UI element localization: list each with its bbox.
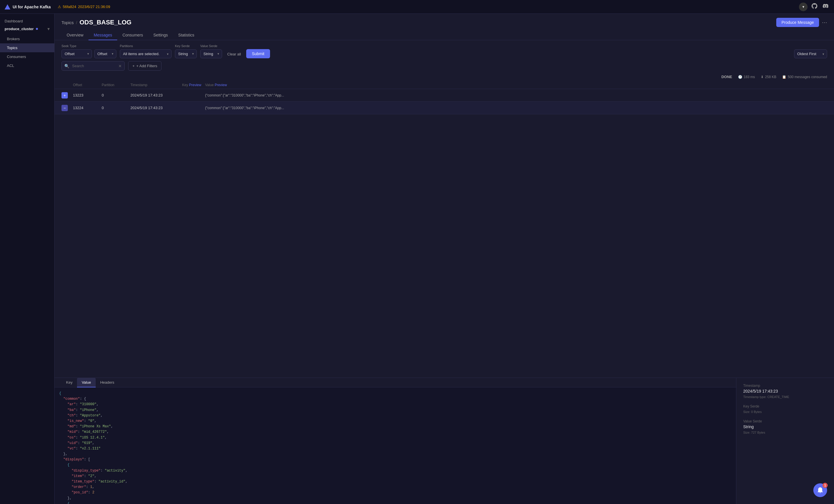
key-serde-select-wrap[interactable]: String	[175, 49, 197, 58]
partitions-select-wrap[interactable]: All items are selected.	[120, 49, 172, 58]
row-expand-cell: −	[62, 105, 73, 111]
meta-key-serde-size: Size: 0 Bytes	[743, 410, 827, 414]
notification-bubble[interactable]: 1	[813, 483, 827, 497]
meta-timestamp-type: Timestamp type: CREATE_TIME	[743, 395, 827, 398]
clear-all-button[interactable]: Clear all	[225, 50, 243, 58]
table-row[interactable]: + 13223 0 2024/5/19 17:43:23 {"common":{…	[54, 89, 834, 102]
order-select[interactable]: Oldest First Newest First	[794, 49, 827, 58]
seek-offset-select[interactable]: Offset	[94, 49, 116, 58]
search-input[interactable]	[62, 61, 125, 71]
partitions-select[interactable]: All items are selected.	[120, 49, 172, 58]
sidebar-item-acl[interactable]: ACL	[0, 61, 54, 70]
header-actions: Produce Message ⋯	[776, 18, 827, 27]
filters-bar: Seek Type Offset Timestamp Latest Offset	[54, 40, 834, 61]
json-tab-key[interactable]: Key	[62, 378, 77, 387]
seek-type-group: Seek Type Offset Timestamp Latest Offset	[62, 44, 116, 58]
breadcrumb-separator: /	[76, 20, 77, 25]
seek-type-select-wrap[interactable]: Offset Timestamp Latest	[62, 49, 92, 58]
discord-icon-button[interactable]	[821, 2, 829, 12]
warning-id: 56fa824	[63, 5, 76, 9]
value-preview-link[interactable]: Preview	[215, 83, 227, 87]
table-header: Offset Partition Timestamp Key Preview V…	[54, 81, 834, 89]
breadcrumb: Topics / ODS_BASE_LOG	[62, 19, 132, 26]
notification-icon	[817, 487, 824, 494]
tab-statistics[interactable]: Statistics	[173, 30, 199, 40]
search-icon: 🔍	[64, 64, 69, 68]
meta-value-serde-value: String	[743, 425, 827, 429]
status-messages-value: 500 messages consumed	[788, 75, 827, 79]
seek-offset-select-wrap[interactable]: Offset	[94, 49, 116, 58]
json-tab-value[interactable]: Value	[77, 378, 95, 387]
logo-icon	[5, 4, 10, 9]
value-serde-select-wrap[interactable]: String	[200, 49, 222, 58]
warning-badge[interactable]: ⚠ 56fa824 2023/6/27 21:36:09	[58, 5, 110, 9]
value-serde-select[interactable]: String	[200, 49, 222, 58]
row-offset: 13223	[73, 93, 102, 97]
partitions-label: Partitions	[120, 44, 172, 48]
table-col-timestamp: Timestamp	[130, 83, 182, 87]
key-serde-group: Key Serde String	[175, 44, 197, 58]
sidebar-item-topics[interactable]: Topics	[0, 43, 54, 52]
messages-area: Offset Partition Timestamp Key Preview V…	[54, 81, 834, 504]
meta-key-serde-row: Key Serde Size: 0 Bytes	[743, 404, 827, 414]
row-expand-cell: +	[62, 92, 73, 98]
seek-type-select[interactable]: Offset Timestamp Latest	[62, 49, 92, 58]
search-bar: 🔍 ✕ + + Add Filters	[54, 61, 834, 73]
submit-button[interactable]: Submit	[246, 49, 270, 58]
row-offset: 13224	[73, 106, 102, 110]
add-filters-button[interactable]: + + Add Filters	[128, 61, 161, 71]
table-col-key: Key Preview	[182, 83, 205, 87]
status-time: 🕐 183 ms	[738, 75, 755, 79]
row-expand-button[interactable]: +	[62, 92, 68, 98]
table-col-offset: Offset	[73, 83, 102, 87]
breadcrumb-current: ODS_BASE_LOG	[80, 19, 132, 26]
user-avatar-button[interactable]: ▾	[799, 3, 808, 11]
tab-overview[interactable]: Overview	[62, 30, 88, 40]
value-serde-group: Value Serde String	[200, 44, 222, 58]
table-rows: + 13223 0 2024/5/19 17:43:23 {"common":{…	[54, 89, 834, 377]
json-tabs: Key Value Headers	[54, 378, 736, 387]
row-partition: 0	[102, 106, 130, 110]
add-filters-label: + Add Filters	[136, 64, 157, 68]
app-logo: UI for Apache Kafka	[5, 4, 51, 9]
notification-badge: 1	[822, 483, 828, 488]
tab-settings[interactable]: Settings	[148, 30, 173, 40]
github-icon-button[interactable]	[810, 2, 818, 12]
warning-icon: ⚠	[58, 5, 61, 9]
more-options-button[interactable]: ⋯	[822, 19, 827, 26]
clock-icon: 🕐	[738, 75, 742, 79]
detail-panel: Key Value Headers { "common": { "ar": "3…	[54, 377, 834, 504]
row-timestamp: 2024/5/19 17:43:23	[130, 93, 182, 97]
cluster-header[interactable]: produce_cluster ▾	[0, 24, 54, 33]
search-clear-button[interactable]: ✕	[118, 64, 122, 68]
row-collapse-button[interactable]: −	[62, 105, 68, 111]
row-partition: 0	[102, 93, 130, 97]
table-col-partition: Partition	[102, 83, 130, 87]
key-serde-label: Key Serde	[175, 44, 197, 48]
status-messages: 📋 500 messages consumed	[782, 75, 827, 79]
content-header: Topics / ODS_BASE_LOG Produce Message ⋯	[54, 14, 834, 27]
json-tab-headers[interactable]: Headers	[96, 378, 119, 387]
sidebar-item-brokers[interactable]: Brokers	[0, 35, 54, 43]
cluster-name: produce_cluster	[5, 27, 34, 31]
key-serde-select[interactable]: String	[175, 49, 197, 58]
main-content: Topics / ODS_BASE_LOG Produce Message ⋯ …	[54, 14, 834, 504]
status-size: ⬇ 258 KB	[761, 75, 776, 79]
tab-consumers[interactable]: Consumers	[117, 30, 148, 40]
dashboard-link[interactable]: Dashboard	[0, 16, 54, 24]
meta-value-serde-row: Value Serde String Size: 727 Bytes	[743, 419, 827, 434]
tab-messages[interactable]: Messages	[88, 30, 117, 40]
sidebar-item-consumers[interactable]: Consumers	[0, 52, 54, 61]
table-row[interactable]: − 13224 0 2024/5/19 17:43:23 {"common":{…	[54, 102, 834, 114]
search-input-wrap: 🔍 ✕	[62, 61, 125, 71]
order-select-wrap[interactable]: Oldest First Newest First	[794, 49, 827, 58]
produce-message-button[interactable]: Produce Message	[776, 18, 819, 27]
meta-value-serde-label: Value Serde	[743, 419, 827, 423]
key-preview-link[interactable]: Preview	[189, 83, 201, 87]
status-size-value: 258 KB	[765, 75, 776, 79]
partitions-group: Partitions All items are selected.	[120, 44, 172, 58]
breadcrumb-topics[interactable]: Topics	[62, 20, 74, 25]
seek-type-label: Seek Type	[62, 44, 116, 48]
row-value: {"common":{"ar":"310000","ba":"iPhone","…	[205, 93, 827, 97]
cluster-chevron-icon: ▾	[47, 26, 50, 31]
